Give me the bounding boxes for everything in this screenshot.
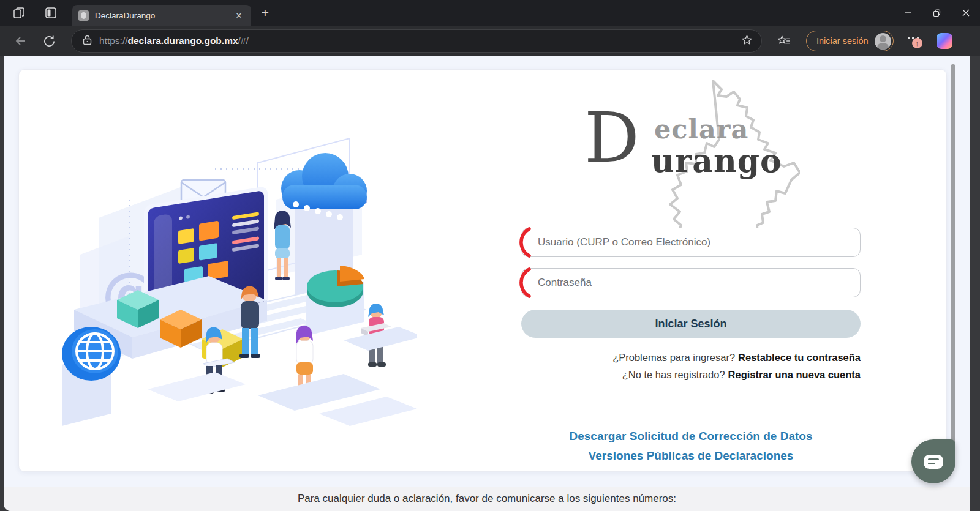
help-links: ¿Problemas para ingresar?Restablece tu c…	[521, 349, 861, 383]
browser-tab[interactable]: DeclaraDurango ✕	[72, 5, 251, 26]
reload-icon[interactable]	[40, 32, 58, 50]
browser-navbar: https://declara.durango.gob.mx/#/ Inicia…	[0, 26, 980, 56]
bookmark-star-icon[interactable]	[741, 34, 753, 48]
minimize-button[interactable]	[894, 0, 922, 26]
url-scheme: https://	[99, 35, 128, 46]
divider	[521, 414, 861, 414]
password-input[interactable]	[521, 268, 861, 297]
new-tab-button[interactable]: +	[256, 4, 274, 22]
close-window-button[interactable]	[951, 0, 980, 26]
username-field-wrap	[521, 228, 861, 257]
favorites-icon[interactable]	[775, 32, 793, 50]
address-bar[interactable]: https://declara.durango.gob.mx/#/	[71, 29, 762, 53]
pie-chart-icon	[306, 266, 364, 336]
chat-widget-button[interactable]	[911, 439, 956, 483]
download-correction-link[interactable]: Descargar Solicitud de Corrección de Dat…	[521, 430, 861, 443]
logo-word-durango: urango	[651, 142, 782, 179]
username-input[interactable]	[521, 228, 861, 257]
public-versions-link[interactable]: Versiones Públicas de Declaraciones	[521, 449, 861, 463]
page-scrollbar[interactable]	[951, 64, 956, 462]
contact-text: Para cualquier duda o aclaración, favor …	[298, 493, 676, 511]
login-button[interactable]: Iniciar Sesión	[521, 310, 861, 338]
update-badge: ↑	[912, 38, 922, 48]
logo-word-declara: eclara	[654, 114, 748, 144]
tab-actions-icon[interactable]	[44, 6, 58, 20]
window-controls	[894, 0, 980, 26]
workspaces-icon[interactable]	[12, 6, 26, 20]
lock-icon[interactable]	[83, 35, 92, 48]
settings-menu-button[interactable]: ↑	[906, 32, 924, 50]
help-question: ¿Problemas para ingresar?	[612, 352, 735, 363]
help-question: ¿No te has registrado?	[622, 369, 725, 380]
url-text[interactable]: https://declara.durango.gob.mx/#/	[99, 35, 741, 47]
restore-button[interactable]	[922, 0, 951, 26]
signin-button[interactable]: Iniciar sesión	[806, 31, 894, 51]
reset-password-link[interactable]: Restablece tu contraseña	[738, 352, 861, 363]
login-card: @	[18, 69, 947, 472]
register-link[interactable]: Registrar una nueva cuenta	[728, 369, 861, 380]
chat-bubble-icon	[924, 455, 943, 469]
profile-avatar-icon	[875, 33, 891, 50]
page-viewport: @	[4, 56, 970, 511]
globe-icon	[62, 327, 121, 426]
url-path: /#/	[238, 35, 249, 46]
password-field-wrap	[521, 268, 861, 297]
help-line-password: ¿Problemas para ingresar?Restablece tu c…	[521, 349, 861, 366]
logo-initial: D	[584, 109, 639, 167]
help-line-register: ¿No te has registrado?Registrar una nuev…	[521, 366, 861, 383]
tab-close-icon[interactable]: ✕	[233, 9, 245, 21]
copilot-icon[interactable]	[937, 33, 952, 49]
browser-titlebar: DeclaraDurango ✕ +	[0, 0, 980, 26]
signin-label: Iniciar sesión	[816, 36, 869, 46]
contact-footer: Para cualquier duda o aclaración, favor …	[4, 487, 970, 511]
declara-durango-logo: D eclara urango	[579, 77, 812, 233]
tab-favicon	[78, 10, 89, 21]
tab-title: DeclaraDurango	[95, 11, 233, 20]
teamwork-illustration: @	[56, 126, 417, 426]
back-icon[interactable]	[12, 32, 29, 50]
url-host: declara.durango.gob.mx	[128, 35, 238, 46]
